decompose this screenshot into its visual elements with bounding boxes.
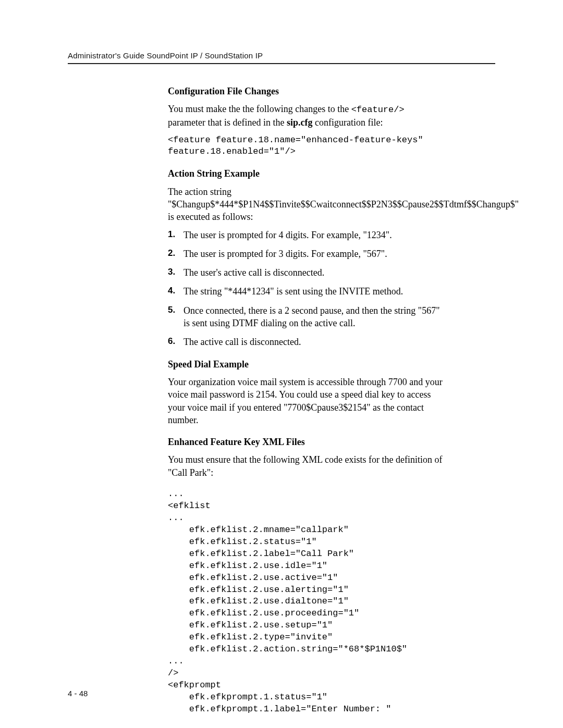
para-action-intro2: "$Changup$*444*$P1N4$$Tinvite$$Cwaitconn… [168, 198, 444, 224]
text: configuration file: [312, 117, 383, 128]
heading-config-changes: Configuration File Changes [168, 85, 444, 97]
para-config-changes: You must make the the following changes … [168, 103, 444, 129]
header-rule [68, 63, 495, 64]
running-header: Administrator's Guide SoundPoint IP / So… [68, 51, 495, 60]
step-item: Once connected, there is a 2 second paus… [168, 304, 444, 330]
text: parameter that is defined in the [168, 117, 287, 128]
para-action-intro1: The action string [168, 186, 444, 198]
step-item: The user is prompted for 4 digits. For e… [168, 229, 444, 241]
code-block-efk: ... <efklist ... efk.efklist.2.mname="ca… [168, 488, 444, 715]
step-item: The string "*444*1234" is sent using the… [168, 285, 444, 298]
steps-list: The user is prompted for 4 digits. For e… [168, 229, 444, 349]
heading-efk-xml: Enhanced Feature Key XML Files [168, 436, 444, 448]
text: You must make the the following changes … [168, 104, 351, 114]
inline-code-feature: <feature/> [351, 105, 405, 115]
code-block-feature: <feature feature.18.name="enhanced-featu… [168, 134, 444, 158]
bold-sipcfg: sip.cfg [287, 117, 313, 128]
heading-speed-dial: Speed Dial Example [168, 358, 444, 371]
step-item: The user is prompted for 3 digits. For e… [168, 248, 444, 260]
para-efk-xml: You must ensure that the following XML c… [168, 453, 444, 479]
para-speed-dial: Your organization voice mail system is a… [168, 376, 444, 426]
heading-action-string: Action String Example [168, 167, 444, 180]
page-number: 4 - 48 [68, 689, 88, 698]
step-item: The user's active call is disconnected. [168, 266, 444, 279]
content-body: Configuration File Changes You must make… [168, 85, 444, 715]
page: Administrator's Guide SoundPoint IP / So… [0, 0, 563, 728]
step-item: The active call is disconnected. [168, 336, 444, 348]
